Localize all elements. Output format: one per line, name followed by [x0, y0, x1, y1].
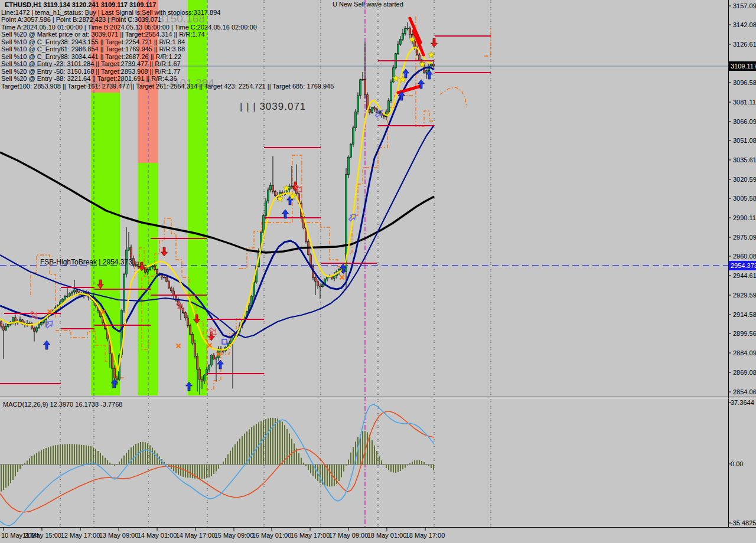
- macd-histogram-bar: [348, 460, 349, 465]
- bull-candle: [19, 320, 21, 322]
- bear-candle: [138, 264, 139, 266]
- macd-histogram-bar: [232, 447, 233, 465]
- macd-histogram-bar: [414, 460, 415, 465]
- macd-histogram-bar: [272, 418, 273, 465]
- bull-candle: [327, 277, 328, 279]
- macd-histogram-bar: [409, 463, 410, 465]
- price-tick-label: 2944.610: [733, 272, 756, 279]
- macd-histogram-bar: [338, 465, 340, 481]
- buy-arrow: [217, 360, 224, 369]
- macd-histogram-bar: [190, 465, 191, 478]
- macd-histogram-bar: [294, 443, 295, 465]
- macd-histogram-bar: [284, 425, 285, 465]
- macd-histogram-bar: [223, 462, 224, 465]
- time-tick-label: 18 May 01:00: [367, 532, 407, 539]
- macd-histogram-bar: [183, 465, 184, 477]
- bear-candle: [272, 185, 274, 191]
- bear-candle: [145, 267, 146, 272]
- info-line: Sell %10 @ C_Entry61: 2986.854 || Target…: [1, 45, 185, 53]
- bull-candle: [265, 201, 267, 215]
- macd-histogram-bar: [291, 439, 292, 465]
- macd-histogram-bar: [197, 465, 198, 479]
- bear-candle: [112, 354, 113, 369]
- macd-histogram-bar: [19, 465, 21, 469]
- bear-candle: [1, 322, 2, 326]
- bull-candle: [390, 82, 392, 101]
- macd-histogram-bar: [147, 443, 148, 465]
- macd-histogram-bar: [135, 444, 136, 465]
- macd-histogram-bar: [83, 445, 84, 465]
- bear-candle: [409, 28, 411, 35]
- macd-histogram-bar: [312, 465, 314, 476]
- macd-histogram-bar: [62, 444, 63, 465]
- macd-histogram-bar: [256, 424, 257, 465]
- macd-histogram-bar: [173, 465, 174, 472]
- bull-candle: [360, 80, 361, 96]
- chart-canvas[interactable]: 3157.0953142.0803126.6103111.5953096.580…: [0, 0, 756, 543]
- macd-tick-label: 37.3644: [731, 399, 754, 406]
- macd-histogram-bar: [395, 465, 396, 473]
- macd-histogram-bar: [119, 462, 120, 465]
- price-tick-label: 3081.110: [733, 99, 756, 106]
- bear-candle: [161, 275, 163, 277]
- macd-histogram-bar: [216, 465, 217, 472]
- green-band: [91, 93, 120, 395]
- price-tick-label: 3051.080: [733, 137, 756, 144]
- bull-candle: [402, 34, 404, 40]
- bull-candle: [268, 190, 269, 201]
- macd-histogram-bar: [376, 451, 377, 465]
- macd-histogram-bar: [279, 420, 281, 465]
- macd-histogram-bar: [157, 453, 158, 465]
- bid-price-value: 3109.117: [731, 63, 756, 70]
- info-line: Time A:2024.05.10 01:00:00 | Time B:2024…: [1, 24, 257, 31]
- bear-candle: [171, 288, 172, 291]
- macd-histogram-bar: [433, 465, 434, 470]
- bull-candle: [36, 328, 38, 331]
- time-scale[interactable]: 10 May 202411 May 15:0012 May 17:0013 Ma…: [1, 528, 445, 539]
- bear-candle: [131, 247, 132, 259]
- macd-histogram-bar: [402, 465, 403, 469]
- bull-candle: [67, 296, 69, 296]
- bull-candle: [388, 101, 390, 112]
- green-band: [188, 0, 207, 395]
- macd-histogram-bar: [12, 465, 14, 480]
- macd-histogram-bar: [159, 456, 160, 465]
- bear-candle: [213, 355, 215, 359]
- bull-candle: [357, 96, 359, 112]
- macd-indicator-label: MACD(12,26,9) 12.3970 16.1738 -3.7768: [3, 401, 122, 408]
- bear-candle: [199, 369, 201, 380]
- fsb-price-box: 2954.373: [729, 261, 756, 270]
- macd-histogram-bar: [112, 465, 113, 465]
- macd-histogram-bar: [36, 453, 37, 465]
- bull-candle: [216, 358, 217, 359]
- macd-histogram-bar: [43, 449, 44, 465]
- macd-histogram-bar: [100, 453, 101, 465]
- bull-candle: [5, 327, 7, 331]
- bear-candle: [164, 277, 165, 278]
- bear-candle: [114, 368, 116, 378]
- macd-histogram-bar: [265, 419, 266, 465]
- bull-candle: [64, 296, 66, 299]
- macd-histogram-bar: [374, 446, 375, 465]
- bull-candle: [405, 29, 406, 34]
- macd-histogram-bar: [88, 446, 89, 465]
- price-tick-label: 2990.110: [733, 214, 756, 221]
- info-line: Sell %20 @ Market price or at: 3039.071 …: [1, 31, 205, 38]
- macd-histogram-bar: [79, 444, 80, 465]
- bear-candle: [192, 334, 194, 343]
- bear-candle: [76, 290, 78, 292]
- bull-candle: [152, 266, 154, 267]
- time-tick-label: 17 May 09:00: [329, 532, 369, 539]
- macd-histogram-bar: [211, 465, 212, 476]
- macd-histogram-bar: [393, 465, 394, 473]
- macd-histogram-bar: [308, 465, 309, 470]
- bear-candle: [190, 326, 191, 335]
- macd-histogram-bar: [305, 465, 307, 466]
- macd-histogram-bar: [55, 445, 56, 465]
- macd-histogram-bar: [17, 465, 18, 472]
- macd-panel[interactable]: [0, 404, 434, 526]
- bull-candle: [135, 264, 137, 265]
- macd-histogram-bar: [53, 446, 54, 465]
- macd-histogram-bar: [93, 447, 94, 465]
- bull-candle: [322, 284, 324, 287]
